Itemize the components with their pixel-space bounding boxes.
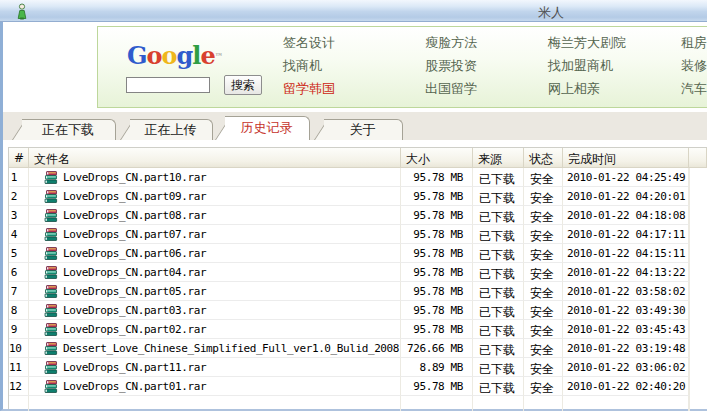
- row-finish-time: 2010-01-22 03:06:02: [563, 358, 689, 377]
- titlebar: 米人: [0, 0, 707, 22]
- row-finish-time: 2010-01-22 03:49:30: [563, 301, 689, 320]
- history-listview: # 文件名 大小 来源 状态 完成时间 1 LoveDrops_CN.part1…: [8, 147, 707, 409]
- row-size: 95.78 MB: [401, 206, 473, 225]
- rar-file-icon: [44, 209, 58, 222]
- table-row[interactable]: 10 Dessert_Love_Chinese_Simplified_Full_…: [9, 339, 707, 358]
- row-finish-time: 2010-01-22 02:40:20: [563, 377, 689, 396]
- row-source: 已下载: [473, 320, 524, 339]
- trademark-symbol: ™: [215, 51, 223, 61]
- rar-file-icon: [44, 342, 58, 355]
- ad-section: Google™ 搜索 签名设计 找商机 留学韩国 瘦脸方法 股票投资 出国留学 …: [3, 23, 707, 112]
- ad-link[interactable]: 瘦脸方法: [425, 34, 477, 47]
- ad-link-column: 签名设计 找商机 留学韩国: [283, 34, 335, 103]
- ad-link[interactable]: 找加盟商机: [548, 57, 626, 70]
- table-row[interactable]: 7 LoveDrops_CN.part05.rar95.78 MB已下载安全20…: [9, 282, 707, 301]
- header-cell-time[interactable]: 完成时间: [563, 148, 689, 168]
- search-button[interactable]: 搜索: [224, 75, 262, 95]
- listview-header: # 文件名 大小 来源 状态 完成时间: [9, 148, 707, 168]
- tab-downloading[interactable]: 正在下载: [10, 119, 116, 140]
- row-filename: LoveDrops_CN.part10.rar: [29, 168, 401, 187]
- table-row[interactable]: 12 LoveDrops_CN.part01.rar95.78 MB已下载安全2…: [9, 377, 707, 396]
- row-index: 5: [9, 244, 29, 263]
- row-size: 95.78 MB: [401, 263, 473, 282]
- row-size: 95.78 MB: [401, 187, 473, 206]
- ad-link[interactable]: 出国留学: [425, 80, 477, 93]
- header-cell-source[interactable]: 来源: [473, 148, 524, 168]
- tab-history[interactable]: 历史记录: [213, 116, 310, 140]
- ad-link-column: 瘦脸方法 股票投资 出国留学: [425, 34, 477, 103]
- ad-link[interactable]: 梅兰芳大剧院: [548, 34, 626, 47]
- ad-link[interactable]: 汽车: [681, 80, 707, 93]
- row-extra: [689, 263, 690, 282]
- rar-file-icon: [44, 247, 58, 260]
- ad-link[interactable]: 股票投资: [425, 57, 477, 70]
- row-index: 4: [9, 225, 29, 244]
- empty-cell: [9, 396, 29, 411]
- table-row[interactable]: 9 LoveDrops_CN.part02.rar95.78 MB已下载安全20…: [9, 320, 707, 339]
- row-status: 安全: [524, 206, 563, 225]
- row-index: 6: [9, 263, 29, 282]
- row-status: 安全: [524, 263, 563, 282]
- row-status: 安全: [524, 225, 563, 244]
- header-cell-index[interactable]: #: [9, 148, 29, 168]
- rar-file-icon: [44, 171, 58, 184]
- tab-uploading[interactable]: 正在上传: [118, 119, 213, 140]
- table-row[interactable]: 3 LoveDrops_CN.part08.rar95.78 MB已下载安全20…: [9, 206, 707, 225]
- rar-file-icon: [44, 323, 58, 336]
- table-row[interactable]: 5 LoveDrops_CN.part06.rar95.78 MB已下载安全20…: [9, 244, 707, 263]
- row-status: 安全: [524, 377, 563, 396]
- ad-link-column: 租房 装修 汽车: [681, 34, 707, 103]
- row-status: 安全: [524, 320, 563, 339]
- header-cell-extra: [689, 148, 707, 168]
- row-finish-time: 2010-01-22 04:25:49: [563, 168, 689, 187]
- google-ad-box: Google™ 搜索 签名设计 找商机 留学韩国 瘦脸方法 股票投资 出国留学 …: [97, 26, 707, 108]
- row-extra: [689, 244, 690, 263]
- row-source: 已下载: [473, 339, 524, 358]
- ad-link[interactable]: 找商机: [283, 57, 335, 70]
- ad-link-highlighted[interactable]: 留学韩国: [283, 80, 335, 93]
- header-cell-name[interactable]: 文件名: [29, 148, 401, 168]
- empty-cell: [473, 396, 524, 411]
- tab-label: 正在上传: [118, 119, 213, 140]
- row-source: 已下载: [473, 244, 524, 263]
- row-finish-time: 2010-01-22 03:19:48: [563, 339, 689, 358]
- row-extra: [689, 206, 690, 225]
- table-row[interactable]: 8 LoveDrops_CN.part03.rar95.78 MB已下载安全20…: [9, 301, 707, 320]
- app-person-icon[interactable]: [15, 3, 29, 24]
- empty-cell: [401, 396, 473, 411]
- table-row[interactable]: 1 LoveDrops_CN.part10.rar95.78 MB已下载安全20…: [9, 168, 707, 187]
- header-cell-status[interactable]: 状态: [524, 148, 563, 168]
- row-extra: [689, 358, 690, 377]
- row-extra: [689, 168, 690, 187]
- row-filename: Dessert_Love_Chinese_Simplified_Full_ver…: [29, 339, 401, 358]
- row-finish-time: 2010-01-22 03:58:02: [563, 282, 689, 301]
- row-source: 已下载: [473, 225, 524, 244]
- row-status: 安全: [524, 339, 563, 358]
- empty-cell: [689, 396, 690, 411]
- row-source: 已下载: [473, 206, 524, 225]
- row-finish-time: 2010-01-22 03:45:43: [563, 320, 689, 339]
- ad-link[interactable]: 网上相亲: [548, 80, 626, 93]
- row-index: 7: [9, 282, 29, 301]
- row-status: 安全: [524, 358, 563, 377]
- row-finish-time: 2010-01-22 04:20:01: [563, 187, 689, 206]
- row-index: 9: [9, 320, 29, 339]
- row-index: 11: [9, 358, 29, 377]
- row-source: 已下载: [473, 358, 524, 377]
- table-row[interactable]: 11 LoveDrops_CN.part11.rar8.89 MB已下载安全20…: [9, 358, 707, 377]
- empty-cell: [524, 396, 563, 411]
- row-source: 已下载: [473, 168, 524, 187]
- table-row[interactable]: 2 LoveDrops_CN.part09.rar95.78 MB已下载安全20…: [9, 187, 707, 206]
- row-finish-time: 2010-01-22 04:15:11: [563, 244, 689, 263]
- table-row[interactable]: 6 LoveDrops_CN.part04.rar95.78 MB已下载安全20…: [9, 263, 707, 282]
- row-size: 8.89 MB: [401, 358, 473, 377]
- rar-file-icon: [44, 304, 58, 317]
- tab-label: 历史记录: [213, 116, 310, 140]
- header-cell-size[interactable]: 大小: [401, 148, 473, 168]
- ad-link[interactable]: 签名设计: [283, 34, 335, 47]
- table-row[interactable]: 4 LoveDrops_CN.part07.rar95.78 MB已下载安全20…: [9, 225, 707, 244]
- tab-about[interactable]: 关于: [312, 119, 403, 140]
- ad-link[interactable]: 租房: [681, 34, 707, 47]
- ad-link[interactable]: 装修: [681, 57, 707, 70]
- search-input[interactable]: [126, 77, 210, 93]
